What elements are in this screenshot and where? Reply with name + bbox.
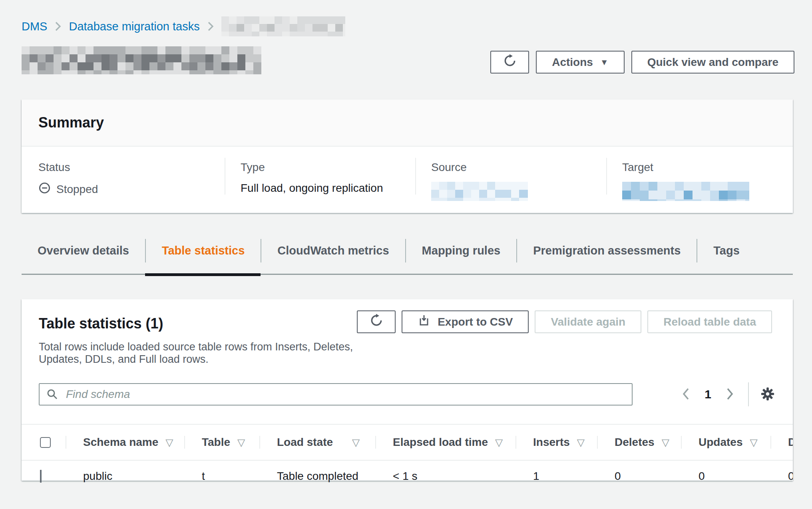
tab-overview-details[interactable]: Overview details bbox=[22, 239, 145, 262]
column-header-elapsed-load-time[interactable]: Elapsed load time ▽ bbox=[375, 436, 515, 449]
breadcrumb-current-redacted[interactable] bbox=[221, 16, 345, 36]
redaction-pixel bbox=[710, 182, 719, 191]
status-value: Stopped bbox=[38, 182, 217, 197]
redaction-pixel bbox=[622, 191, 631, 199]
redaction-pixel bbox=[527, 182, 528, 190]
tab-cloudwatch-metrics[interactable]: CloudWatch metrics bbox=[261, 239, 405, 262]
status-label: Status bbox=[38, 161, 217, 174]
table-row: public t Table completed < 1 s 1 0 0 0 bbox=[22, 460, 793, 492]
export-to-csv-button[interactable]: Export to CSV bbox=[402, 310, 529, 333]
column-header-load-state[interactable]: Load state ▽ bbox=[259, 436, 375, 449]
redaction-pixel bbox=[684, 182, 693, 191]
redaction-pixel bbox=[165, 62, 173, 70]
sort-icon[interactable]: ▽ bbox=[577, 437, 585, 448]
redaction-pixel bbox=[109, 62, 117, 70]
redaction-pixel bbox=[38, 54, 46, 62]
tab-premigration-assessments[interactable]: Premigration assessments bbox=[516, 239, 697, 262]
redaction-pixel bbox=[675, 182, 684, 191]
redaction-pixel bbox=[693, 191, 701, 199]
validate-again-button[interactable]: Validate again bbox=[535, 310, 641, 333]
summary-card: Summary Status Stopped Type Full load, o… bbox=[22, 99, 793, 213]
redaction-pixel bbox=[197, 54, 205, 62]
sort-icon[interactable]: ▽ bbox=[750, 437, 757, 448]
column-header-inserts[interactable]: Inserts ▽ bbox=[515, 436, 597, 449]
redaction-pixel bbox=[173, 70, 181, 74]
tab-mapping-rules[interactable]: Mapping rules bbox=[405, 239, 517, 262]
redaction-pixel bbox=[447, 190, 455, 198]
redaction-pixel bbox=[320, 16, 328, 24]
redaction-pixel bbox=[253, 70, 261, 74]
redaction-pixel bbox=[70, 70, 78, 74]
redaction-pixel bbox=[197, 46, 205, 54]
redaction-pixel bbox=[86, 54, 94, 62]
redaction-pixel bbox=[312, 16, 320, 24]
redaction-pixel bbox=[94, 46, 102, 54]
filter-row: 1 bbox=[22, 382, 793, 406]
select-all-checkbox[interactable] bbox=[40, 437, 51, 448]
table-preferences-button[interactable] bbox=[760, 386, 775, 403]
redaction-pixel bbox=[275, 32, 282, 36]
redaction-pixel bbox=[125, 54, 133, 62]
summary-grid: Status Stopped Type Full load, ongoing r… bbox=[22, 147, 793, 212]
summary-target-column: Target bbox=[606, 147, 793, 212]
redaction-pixel bbox=[328, 24, 335, 32]
sort-icon[interactable]: ▽ bbox=[662, 437, 669, 448]
sort-icon[interactable]: ▽ bbox=[352, 437, 360, 448]
redaction-pixel bbox=[102, 46, 109, 54]
redaction-pixel bbox=[86, 70, 94, 74]
column-header-deletes[interactable]: Deletes ▽ bbox=[597, 436, 681, 449]
redaction-pixel bbox=[205, 46, 213, 54]
cell-updates: 0 bbox=[681, 470, 770, 483]
redaction-pixel bbox=[511, 182, 519, 190]
redaction-pixel bbox=[165, 54, 173, 62]
current-page-number: 1 bbox=[696, 388, 720, 401]
table-refresh-button[interactable] bbox=[357, 310, 396, 333]
type-label: Type bbox=[241, 161, 407, 174]
redaction-pixel bbox=[328, 16, 335, 24]
breadcrumb-link-dms[interactable]: DMS bbox=[22, 20, 47, 33]
sort-icon[interactable]: ▽ bbox=[237, 437, 245, 448]
redaction-pixel bbox=[78, 62, 86, 70]
redaction-pixel bbox=[197, 70, 205, 74]
redaction-pixel bbox=[455, 190, 463, 198]
refresh-button[interactable] bbox=[490, 51, 529, 74]
redaction-pixel bbox=[62, 46, 70, 54]
reload-table-data-button[interactable]: Reload table data bbox=[647, 310, 772, 333]
redaction-pixel bbox=[78, 54, 86, 62]
redaction-pixel bbox=[487, 198, 495, 201]
redaction-pixel bbox=[221, 24, 229, 32]
find-schema-input[interactable] bbox=[39, 383, 633, 406]
target-label: Target bbox=[622, 161, 785, 174]
redaction-pixel bbox=[312, 32, 320, 36]
redaction-pixel bbox=[245, 46, 253, 54]
next-page-button[interactable] bbox=[720, 387, 739, 402]
redaction-pixel bbox=[181, 54, 189, 62]
redaction-pixel bbox=[205, 70, 213, 74]
redaction-pixel bbox=[149, 70, 157, 74]
redaction-pixel bbox=[719, 182, 728, 191]
quick-view-and-compare-button[interactable]: Quick view and compare bbox=[631, 51, 794, 74]
redaction-pixel bbox=[455, 182, 463, 190]
redaction-pixel bbox=[46, 70, 54, 74]
row-checkbox[interactable] bbox=[40, 470, 42, 483]
previous-page-button[interactable] bbox=[677, 387, 696, 402]
column-header-table[interactable]: Table ▽ bbox=[184, 436, 259, 449]
sort-icon[interactable]: ▽ bbox=[495, 437, 503, 448]
tab-tags[interactable]: Tags bbox=[697, 239, 756, 262]
target-link-redacted[interactable] bbox=[622, 182, 749, 201]
redaction-pixel bbox=[205, 62, 213, 70]
redaction-pixel bbox=[431, 198, 439, 201]
actions-button[interactable]: Actions ▼ bbox=[536, 51, 624, 74]
redaction-pixel bbox=[189, 62, 197, 70]
redaction-pixel bbox=[666, 182, 675, 191]
column-header-updates[interactable]: Updates ▽ bbox=[681, 436, 770, 449]
column-header-schema-name[interactable]: Schema name ▽ bbox=[66, 436, 184, 449]
source-link-redacted[interactable] bbox=[431, 182, 528, 201]
redaction-pixel bbox=[70, 54, 78, 62]
sort-icon[interactable]: ▽ bbox=[165, 437, 173, 448]
tab-table-statistics[interactable]: Table statistics bbox=[145, 239, 261, 262]
redaction-pixel bbox=[701, 182, 710, 191]
breadcrumb-link-tasks[interactable]: Database migration tasks bbox=[69, 20, 199, 33]
column-header-truncated[interactable]: D bbox=[770, 436, 793, 449]
redaction-pixel bbox=[503, 190, 511, 198]
